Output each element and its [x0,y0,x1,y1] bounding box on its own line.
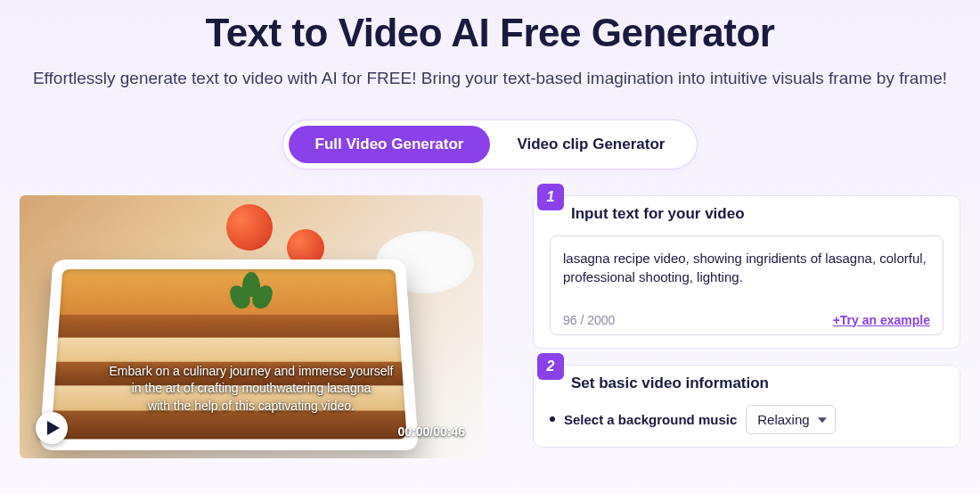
bullet-icon [550,416,555,422]
char-counter: 96 / 2000 [563,313,615,327]
video-preview[interactable]: Embark on a culinary journey and immerse… [20,195,483,458]
step-1-block: 1 Input text for your video 96 / 2000 +T… [533,195,960,349]
video-caption: Embark on a culinary journey and immerse… [20,363,483,416]
play-icon [47,421,60,435]
try-example-link[interactable]: +Try an example [833,313,930,327]
music-label: Select a background music [564,412,737,427]
step-2-badge: 2 [537,353,564,380]
page-title: Text to Video AI Free Generator [0,0,980,55]
page-subtitle: Effortlessly generate text to video with… [0,66,980,92]
play-button[interactable] [36,412,68,444]
step-1-title: Input text for your video [571,205,745,223]
step-2-block: 2 Set basic video information Select a b… [533,365,960,448]
music-select[interactable]: Relaxing [746,405,836,434]
video-timecode: 00:00/00:46 [397,424,465,439]
step-2-title: Set basic video information [571,375,769,392]
tab-video-clip-generator[interactable]: Video clip Generator [490,126,691,163]
mode-tabs: Full Video Generator Video clip Generato… [0,120,980,169]
tab-full-video-generator[interactable]: Full Video Generator [289,126,491,163]
step-1-badge: 1 [537,184,564,210]
video-thumbnail [20,195,483,458]
prompt-textarea[interactable] [563,249,930,288]
